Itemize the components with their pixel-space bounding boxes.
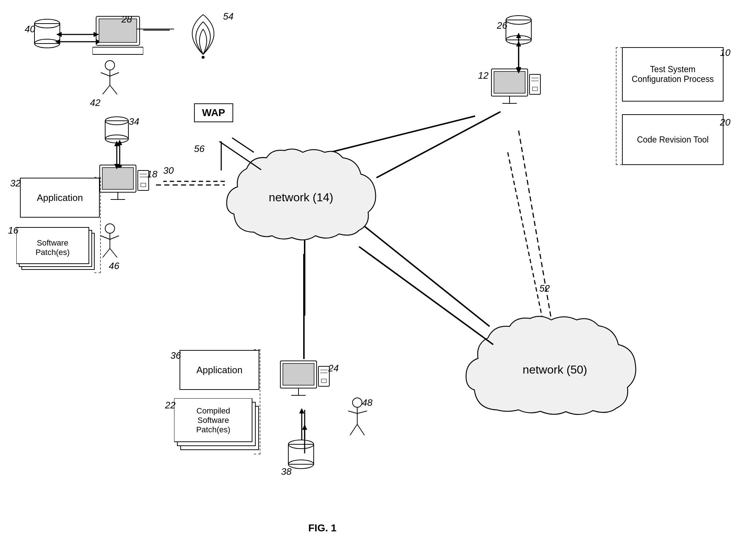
label-18: 18 bbox=[147, 169, 157, 180]
svg-line-6 bbox=[363, 225, 490, 326]
label-52: 52 bbox=[539, 283, 550, 294]
svg-text:network (50): network (50) bbox=[523, 363, 587, 376]
computer-18 bbox=[94, 163, 152, 215]
label-28: 28 bbox=[121, 14, 132, 25]
svg-rect-63 bbox=[530, 74, 540, 94]
svg-rect-60 bbox=[494, 71, 525, 93]
software-patches-box: Software Patch(es) bbox=[16, 227, 100, 275]
svg-rect-37 bbox=[102, 168, 133, 189]
svg-rect-78 bbox=[318, 366, 329, 386]
svg-rect-43 bbox=[141, 183, 146, 187]
fig-caption: FIG. 1 bbox=[308, 522, 337, 534]
label-38: 38 bbox=[281, 466, 292, 477]
person-42 bbox=[97, 60, 123, 100]
label-26: 26 bbox=[497, 20, 507, 31]
label-46: 46 bbox=[109, 260, 119, 272]
svg-line-46 bbox=[101, 236, 110, 239]
svg-rect-25 bbox=[92, 47, 143, 54]
svg-text:Compiled: Compiled bbox=[197, 406, 230, 415]
svg-line-89 bbox=[350, 424, 357, 435]
svg-line-28 bbox=[101, 73, 110, 76]
svg-text:Software: Software bbox=[37, 238, 69, 247]
compiled-software-box: Compiled Software Patch(es) bbox=[174, 398, 265, 456]
application-box-32: Application bbox=[20, 178, 100, 218]
brace-bottom-left-group bbox=[254, 349, 260, 454]
svg-text:Patch(es): Patch(es) bbox=[196, 425, 230, 434]
database-26 bbox=[504, 15, 533, 49]
svg-line-30 bbox=[103, 85, 110, 94]
diagram-container: 40 28 42 bbox=[0, 0, 754, 560]
svg-line-88 bbox=[357, 411, 367, 413]
brace-right-group bbox=[616, 47, 622, 165]
svg-point-32 bbox=[202, 56, 205, 59]
svg-marker-16 bbox=[302, 424, 307, 430]
label-20: 20 bbox=[720, 117, 730, 128]
label-40: 40 bbox=[25, 24, 35, 35]
label-34: 34 bbox=[129, 116, 139, 127]
svg-point-44 bbox=[105, 224, 115, 233]
database-40 bbox=[33, 18, 62, 52]
label-12: 12 bbox=[478, 70, 489, 81]
svg-line-90 bbox=[357, 424, 364, 435]
svg-text:Software: Software bbox=[198, 416, 229, 425]
svg-line-48 bbox=[103, 248, 110, 258]
svg-point-85 bbox=[353, 398, 362, 407]
svg-text:network (14): network (14) bbox=[269, 191, 333, 204]
label-10: 10 bbox=[720, 47, 730, 58]
svg-line-8 bbox=[508, 152, 544, 326]
svg-rect-81 bbox=[321, 379, 326, 383]
label-36: 36 bbox=[170, 350, 181, 361]
test-system-box: Test System Configuration Process bbox=[622, 47, 724, 102]
brace-left-group bbox=[94, 177, 101, 273]
database-34 bbox=[103, 116, 131, 148]
svg-line-47 bbox=[110, 236, 119, 239]
svg-line-49 bbox=[110, 248, 117, 258]
network-14-cloud: network (14) bbox=[225, 145, 377, 254]
person-46 bbox=[97, 223, 123, 264]
wap-box: WAP bbox=[194, 103, 233, 122]
label-32: 32 bbox=[10, 178, 21, 189]
label-54: 54 bbox=[223, 11, 234, 22]
label-16: 16 bbox=[8, 225, 18, 236]
svg-line-87 bbox=[348, 411, 357, 413]
application-box-36: Application bbox=[180, 350, 259, 390]
label-56: 56 bbox=[194, 143, 205, 155]
label-42: 42 bbox=[90, 97, 100, 108]
svg-line-29 bbox=[110, 73, 119, 76]
network-50-cloud: network (50) bbox=[464, 312, 646, 428]
svg-text:Patch(es): Patch(es) bbox=[36, 248, 70, 257]
label-30: 30 bbox=[163, 165, 174, 176]
label-24: 24 bbox=[328, 363, 339, 374]
label-48: 48 bbox=[362, 397, 372, 408]
computer-28 bbox=[92, 15, 143, 59]
svg-line-31 bbox=[110, 85, 117, 94]
svg-point-26 bbox=[105, 61, 115, 70]
svg-rect-75 bbox=[283, 363, 314, 385]
svg-rect-66 bbox=[532, 87, 537, 91]
computer-24 bbox=[275, 359, 335, 413]
label-22: 22 bbox=[165, 400, 176, 411]
svg-line-102 bbox=[376, 112, 500, 178]
computer-12 bbox=[486, 67, 544, 119]
code-revision-box: Code Revision Tool bbox=[622, 114, 724, 165]
